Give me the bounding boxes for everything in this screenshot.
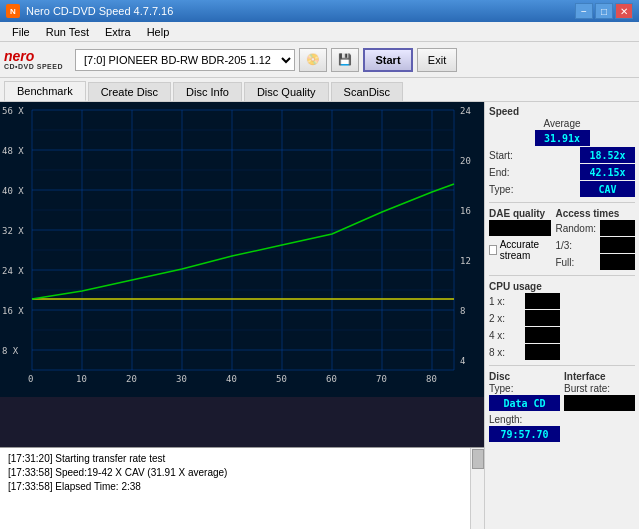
interface-title: Interface xyxy=(564,371,635,382)
random-label: Random: xyxy=(555,223,596,234)
svg-text:48 X: 48 X xyxy=(2,146,24,156)
drive-dropdown[interactable]: [7:0] PIONEER BD-RW BDR-205 1.12 xyxy=(75,49,295,71)
third-value xyxy=(600,237,635,253)
cpu-2x-row: 2 x: xyxy=(489,310,560,326)
svg-text:24: 24 xyxy=(460,106,471,116)
svg-text:4: 4 xyxy=(460,356,465,366)
burst-row: Burst rate: xyxy=(564,383,635,394)
type-label: Type: xyxy=(489,184,513,195)
disc-type-label: Type: xyxy=(489,383,513,394)
svg-text:56 X: 56 X xyxy=(2,106,24,116)
exit-button[interactable]: Exit xyxy=(417,48,457,72)
save-button[interactable]: 💾 xyxy=(331,48,359,72)
svg-text:30: 30 xyxy=(176,374,187,384)
type-value: CAV xyxy=(580,181,635,197)
tab-create-disc[interactable]: Create Disc xyxy=(88,82,171,101)
dae-col: DAE quality Accurate stream xyxy=(489,208,551,270)
cpu-col: CPU usage 1 x: 2 x: 4 x: 8 x: xyxy=(489,281,560,360)
cpu-8x-row: 8 x: xyxy=(489,344,560,360)
cd-dvd-speed-text: CD•DVD SPEED xyxy=(4,63,63,70)
dae-title: DAE quality xyxy=(489,208,551,219)
close-button[interactable]: ✕ xyxy=(615,3,633,19)
log-scroll-thumb[interactable] xyxy=(472,449,484,469)
log-entries: [17:31:20] Starting transfer rate test [… xyxy=(4,450,480,527)
speed-title: Speed xyxy=(489,106,635,117)
title-bar-controls: − □ ✕ xyxy=(575,3,633,19)
svg-text:8: 8 xyxy=(460,306,465,316)
app-title: Nero CD-DVD Speed 4.7.7.16 xyxy=(26,5,173,17)
menu-extra[interactable]: Extra xyxy=(97,24,139,40)
cpu-2x-value xyxy=(525,310,560,326)
cpu-2x-label: 2 x: xyxy=(489,313,505,324)
cpu-1x-row: 1 x: xyxy=(489,293,560,309)
divider-1 xyxy=(489,202,635,203)
tab-scandisc[interactable]: ScanDisc xyxy=(331,82,403,101)
minimize-button[interactable]: − xyxy=(575,3,593,19)
menu-run-test[interactable]: Run Test xyxy=(38,24,97,40)
cpu-title: CPU usage xyxy=(489,281,560,292)
log-time-2: [17:33:58] xyxy=(8,467,52,478)
divider-3 xyxy=(489,365,635,366)
burst-label: Burst rate: xyxy=(564,383,610,394)
maximize-button[interactable]: □ xyxy=(595,3,613,19)
cpu-8x-label: 8 x: xyxy=(489,347,505,358)
end-value: 42.15x xyxy=(580,164,635,180)
tab-benchmark[interactable]: Benchmark xyxy=(4,81,86,101)
svg-text:50: 50 xyxy=(276,374,287,384)
log-entry-3: [17:33:58] Elapsed Time: 2:38 xyxy=(8,480,476,494)
disc-col: Disc Type: Data CD Length: 79:57.70 xyxy=(489,371,560,442)
svg-text:80: 80 xyxy=(426,374,437,384)
log-time-3: [17:33:58] xyxy=(8,481,52,492)
full-row: Full: xyxy=(555,254,635,270)
type-row: Type: CAV xyxy=(489,181,635,197)
menu-file[interactable]: File xyxy=(4,24,38,40)
log-entry-1: [17:31:20] Starting transfer rate test xyxy=(8,452,476,466)
start-label: Start: xyxy=(489,150,513,161)
cpu-4x-row: 4 x: xyxy=(489,327,560,343)
accurate-stream-checkbox[interactable] xyxy=(489,245,497,255)
eject-button[interactable]: 📀 xyxy=(299,48,327,72)
svg-text:16 X: 16 X xyxy=(2,306,24,316)
chart-log-panel: 56 X 48 X 40 X 32 X 24 X 16 X 8 X 24 20 … xyxy=(0,102,484,529)
disc-length-row: Length: xyxy=(489,414,560,425)
speed-section: Speed Average 31.91x Start: 18.52x End: … xyxy=(489,106,635,197)
cpu-section: CPU usage 1 x: 2 x: 4 x: 8 x: xyxy=(489,281,635,360)
svg-text:32 X: 32 X xyxy=(2,226,24,236)
average-value: 31.91x xyxy=(535,130,590,146)
log-entry-2: [17:33:58] Speed:19-42 X CAV (31.91 X av… xyxy=(8,466,476,480)
svg-text:8 X: 8 X xyxy=(2,346,19,356)
chart-area: 56 X 48 X 40 X 32 X 24 X 16 X 8 X 24 20 … xyxy=(0,102,484,447)
svg-text:12: 12 xyxy=(460,256,471,266)
empty-col xyxy=(564,281,635,360)
interface-col: Interface Burst rate: xyxy=(564,371,635,442)
accurate-stream-row: Accurate stream xyxy=(489,239,551,261)
svg-text:24 X: 24 X xyxy=(2,266,24,276)
tab-disc-quality[interactable]: Disc Quality xyxy=(244,82,329,101)
third-label: 1/3: xyxy=(555,240,572,251)
end-label: End: xyxy=(489,167,510,178)
log-text-1: Starting transfer rate test xyxy=(55,453,165,464)
average-label: Average xyxy=(543,118,580,129)
start-button[interactable]: Start xyxy=(363,48,413,72)
right-panel: Speed Average 31.91x Start: 18.52x End: … xyxy=(484,102,639,529)
tab-disc-info[interactable]: Disc Info xyxy=(173,82,242,101)
svg-text:0: 0 xyxy=(28,374,33,384)
dae-access-section: DAE quality Accurate stream Access times… xyxy=(489,208,635,270)
burst-value xyxy=(564,395,635,411)
divider-2 xyxy=(489,275,635,276)
menu-bar: File Run Test Extra Help xyxy=(0,22,639,42)
disc-type-value: Data CD xyxy=(489,395,560,411)
cpu-1x-value xyxy=(525,293,560,309)
nero-logo: nero CD•DVD SPEED xyxy=(4,49,63,70)
accurate-stream-label: Accurate stream xyxy=(500,239,552,261)
disc-length-label: Length: xyxy=(489,414,522,425)
random-row: Random: xyxy=(555,220,635,236)
menu-help[interactable]: Help xyxy=(139,24,178,40)
log-scrollbar[interactable] xyxy=(470,448,484,529)
log-area: [17:31:20] Starting transfer rate test [… xyxy=(0,447,484,529)
tabs: Benchmark Create Disc Disc Info Disc Qua… xyxy=(0,78,639,102)
access-title: Access times xyxy=(555,208,635,219)
access-col: Access times Random: 1/3: Full: xyxy=(555,208,635,270)
log-text-3: Elapsed Time: 2:38 xyxy=(55,481,141,492)
svg-text:20: 20 xyxy=(460,156,471,166)
